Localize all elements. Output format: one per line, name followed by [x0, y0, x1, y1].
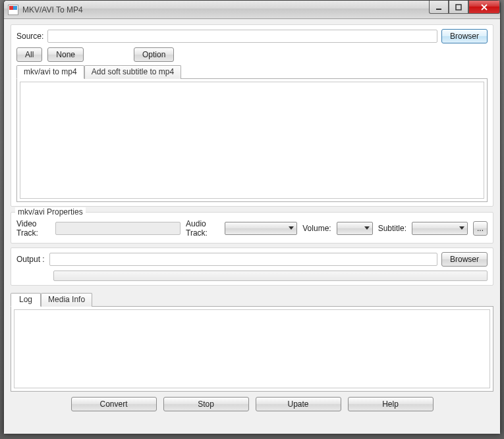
maximize-icon: [455, 4, 462, 11]
log-textarea[interactable]: [14, 309, 490, 388]
subtitle-browse-button[interactable]: ...: [473, 221, 488, 236]
window-title: MKV/AVI To MP4: [22, 5, 83, 14]
subtitle-label: Subtitle:: [378, 224, 406, 233]
source-panel: Source: Browser All None Option mkv/avi …: [11, 24, 493, 207]
minimize-icon: [435, 4, 442, 11]
subtitle-select[interactable]: [412, 222, 468, 235]
properties-group: mkv/avi Properties Video Track: Audio Tr…: [11, 212, 493, 244]
app-icon: [8, 5, 18, 15]
file-list[interactable]: [20, 82, 484, 199]
close-icon: [480, 4, 488, 11]
svg-rect-1: [456, 5, 461, 10]
file-list-panel: [16, 78, 488, 202]
source-browser-button[interactable]: Browser: [441, 29, 488, 43]
tab-log[interactable]: Log: [11, 293, 41, 307]
chevron-down-icon: [364, 226, 370, 230]
chevron-down-icon: [459, 226, 464, 230]
select-all-button[interactable]: All: [16, 47, 42, 62]
log-panel: Log Media Info: [11, 290, 493, 392]
volume-select[interactable]: [337, 222, 373, 235]
tab-media-info[interactable]: Media Info: [41, 293, 92, 307]
stop-button[interactable]: Stop: [163, 397, 249, 411]
footer-buttons: Convert Stop Upate Help: [11, 396, 493, 411]
minimize-button[interactable]: [429, 1, 449, 14]
titlebar[interactable]: MKV/AVI To MP4: [4, 1, 500, 19]
convert-button[interactable]: Convert: [71, 397, 157, 411]
progress-bar: [53, 271, 488, 281]
output-input[interactable]: [49, 253, 437, 266]
source-input[interactable]: [47, 30, 437, 43]
app-window: MKV/AVI To MP4 Source: Bro: [3, 0, 501, 434]
chevron-down-icon: [289, 226, 294, 230]
update-button[interactable]: Upate: [256, 397, 341, 411]
option-button[interactable]: Option: [134, 47, 174, 62]
output-label: Output :: [16, 255, 45, 264]
output-panel: Output : Browser: [11, 247, 493, 286]
output-browser-button[interactable]: Browser: [441, 252, 488, 267]
select-none-button[interactable]: None: [47, 47, 84, 62]
volume-label: Volume:: [302, 224, 331, 233]
video-track-label: Video Track:: [16, 219, 50, 238]
audio-track-select[interactable]: [225, 222, 297, 235]
properties-legend: mkv/avi Properties: [15, 207, 86, 217]
close-button[interactable]: [468, 1, 500, 14]
tab-add-subtitle[interactable]: Add soft subtitle to mp4: [84, 65, 181, 79]
help-button[interactable]: Help: [348, 397, 434, 411]
video-track-field: [55, 222, 181, 235]
tab-convert[interactable]: mkv/avi to mp4: [16, 65, 84, 79]
audio-track-label: Audio Track:: [186, 219, 219, 238]
source-label: Source:: [16, 32, 43, 41]
maximize-button[interactable]: [449, 1, 468, 14]
svg-rect-0: [436, 9, 441, 10]
